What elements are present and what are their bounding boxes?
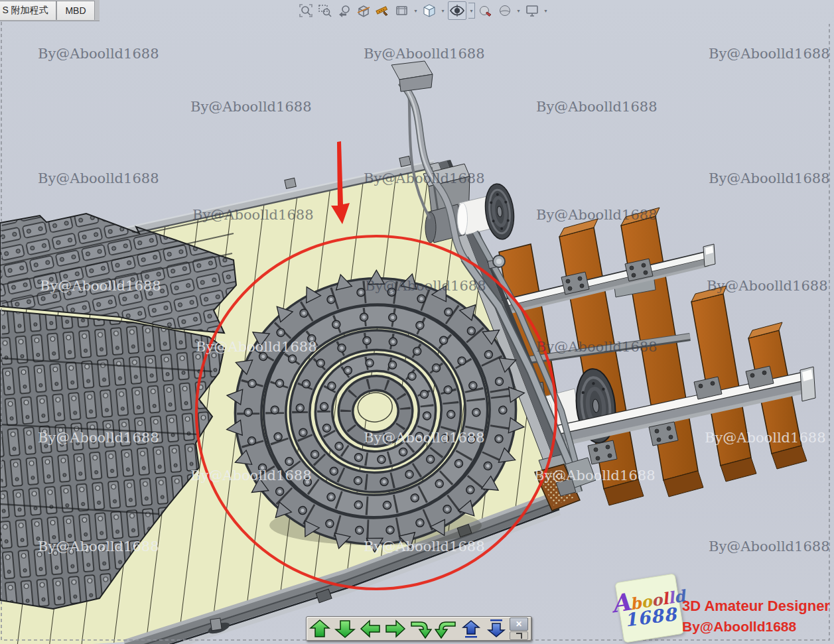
svg-text:By@Aboolld1688: By@Aboolld1688 bbox=[190, 99, 312, 115]
svg-text:By@Aboolld1688: By@Aboolld1688 bbox=[365, 278, 486, 294]
eye-icon bbox=[449, 3, 465, 18]
green-up-arrow-icon bbox=[309, 619, 331, 639]
designer-logo-badge: Aboolld 1688 bbox=[614, 573, 684, 643]
green-left-arrow-icon bbox=[359, 619, 382, 639]
green-elbow-down-right-arrow-icon bbox=[409, 619, 432, 639]
view-settings-dropdown[interactable]: ▾ bbox=[543, 4, 549, 17]
3d-drawing-view-button[interactable] bbox=[393, 1, 411, 20]
apply-scene-icon bbox=[498, 3, 512, 18]
svg-text:By@Aboolld1688: By@Aboolld1688 bbox=[536, 339, 658, 355]
zoom-to-fit-icon bbox=[299, 3, 313, 18]
rotate-down-right-button[interactable] bbox=[408, 617, 433, 640]
svg-text:By@Aboolld1688: By@Aboolld1688 bbox=[38, 170, 159, 186]
svg-text:By@Aboolld1688: By@Aboolld1688 bbox=[536, 99, 658, 115]
svg-text:By@Aboolld1688: By@Aboolld1688 bbox=[38, 539, 159, 554]
apply-scene-dropdown[interactable]: ▾ bbox=[516, 4, 521, 17]
svg-text:By@Aboolld1688: By@Aboolld1688 bbox=[705, 430, 826, 446]
svg-text:By@Aboolld1688: By@Aboolld1688 bbox=[534, 468, 656, 483]
blue-up-arrow-icon bbox=[460, 619, 482, 639]
rotate-down-left-button[interactable] bbox=[433, 617, 458, 640]
zoom-to-area-icon bbox=[318, 3, 332, 18]
hide-show-items-dropdown[interactable]: ▾ bbox=[468, 3, 475, 19]
view-settings-button[interactable] bbox=[523, 1, 541, 20]
dock-toolbar-button[interactable] bbox=[510, 631, 528, 640]
previous-view-button[interactable] bbox=[336, 1, 353, 20]
move-down-button[interactable] bbox=[332, 617, 358, 640]
svg-text:By@Aboolld1688: By@Aboolld1688 bbox=[40, 278, 161, 294]
zoom-to-fit-button[interactable] bbox=[297, 1, 314, 20]
view-orientation-cube-icon bbox=[422, 3, 437, 18]
svg-text:By@Aboolld1688: By@Aboolld1688 bbox=[38, 46, 159, 62]
3d-drawing-view-dropdown[interactable]: ▾ bbox=[413, 4, 419, 17]
apply-scene-button[interactable] bbox=[496, 1, 514, 20]
measure-icon bbox=[376, 3, 390, 18]
view-settings-monitor-icon bbox=[525, 3, 539, 18]
blue-down-arrow-icon bbox=[485, 619, 508, 639]
svg-text:By@Aboolld1688: By@Aboolld1688 bbox=[707, 278, 828, 294]
svg-text:By@Aboolld1688: By@Aboolld1688 bbox=[709, 46, 830, 62]
svg-text:By@Aboolld1688: By@Aboolld1688 bbox=[192, 207, 314, 223]
command-manager-tabbar: S 附加程式 MBD bbox=[0, 0, 100, 21]
tagline-line2: By@Aboolld1688 bbox=[682, 616, 830, 637]
move-to-top-button[interactable] bbox=[458, 617, 484, 640]
section-view-button[interactable] bbox=[355, 1, 372, 20]
close-toolbar-button[interactable]: ✕ bbox=[510, 617, 528, 631]
svg-text:By@Aboolld1688: By@Aboolld1688 bbox=[364, 430, 485, 446]
heads-up-toolbar: ▾ ▾ ▾ ▾ ▾ bbox=[297, 1, 549, 21]
section-view-icon bbox=[356, 3, 371, 18]
edit-appearance-button[interactable] bbox=[477, 1, 494, 20]
tagline-line1: 3D Amateur Designer bbox=[682, 596, 830, 616]
green-elbow-down-left-arrow-icon bbox=[435, 619, 457, 639]
svg-text:By@Aboolld1688: By@Aboolld1688 bbox=[709, 539, 830, 554]
svg-text:By@Aboolld1688: By@Aboolld1688 bbox=[190, 468, 312, 483]
view-orientation-dropdown[interactable]: ▾ bbox=[440, 4, 446, 17]
explode-step-toolbar: ✕ bbox=[306, 616, 532, 641]
svg-text:By@Aboolld1688: By@Aboolld1688 bbox=[364, 539, 485, 554]
logo-number: 1688 bbox=[624, 606, 678, 629]
move-up-button[interactable] bbox=[307, 617, 332, 640]
move-right-button[interactable] bbox=[383, 617, 408, 640]
move-to-bottom-button[interactable] bbox=[484, 617, 509, 640]
measure-button[interactable] bbox=[374, 1, 391, 20]
green-right-arrow-icon bbox=[384, 619, 407, 639]
designer-tagline: 3D Amateur Designer By@Aboolld1688 bbox=[682, 596, 830, 637]
previous-view-icon bbox=[337, 3, 352, 18]
edit-appearance-icon bbox=[478, 3, 493, 18]
tab-addins[interactable]: S 附加程式 bbox=[0, 1, 56, 20]
svg-text:By@Aboolld1688: By@Aboolld1688 bbox=[364, 46, 485, 62]
svg-text:By@Aboolld1688: By@Aboolld1688 bbox=[38, 430, 159, 446]
svg-text:By@Aboolld1688: By@Aboolld1688 bbox=[709, 170, 830, 186]
hide-show-items-button[interactable] bbox=[448, 1, 466, 20]
solidworks-viewport[interactable]: By@Aboolld1688By@Aboolld1688By@Aboolld16… bbox=[0, 0, 834, 644]
svg-text:By@Aboolld1688: By@Aboolld1688 bbox=[196, 339, 317, 355]
3d-drawing-view-icon bbox=[395, 3, 409, 18]
view-orientation-button[interactable] bbox=[421, 1, 438, 20]
svg-text:By@Aboolld1688: By@Aboolld1688 bbox=[364, 170, 485, 186]
svg-text:By@Aboolld1688: By@Aboolld1688 bbox=[536, 207, 658, 223]
model-viewport-scene[interactable]: By@Aboolld1688By@Aboolld1688By@Aboolld16… bbox=[0, 0, 834, 644]
move-left-button[interactable] bbox=[358, 617, 383, 640]
green-down-arrow-icon bbox=[334, 619, 356, 639]
dock-icon bbox=[516, 633, 522, 639]
tab-mbd[interactable]: MBD bbox=[56, 1, 95, 20]
zoom-to-area-button[interactable] bbox=[316, 1, 334, 20]
